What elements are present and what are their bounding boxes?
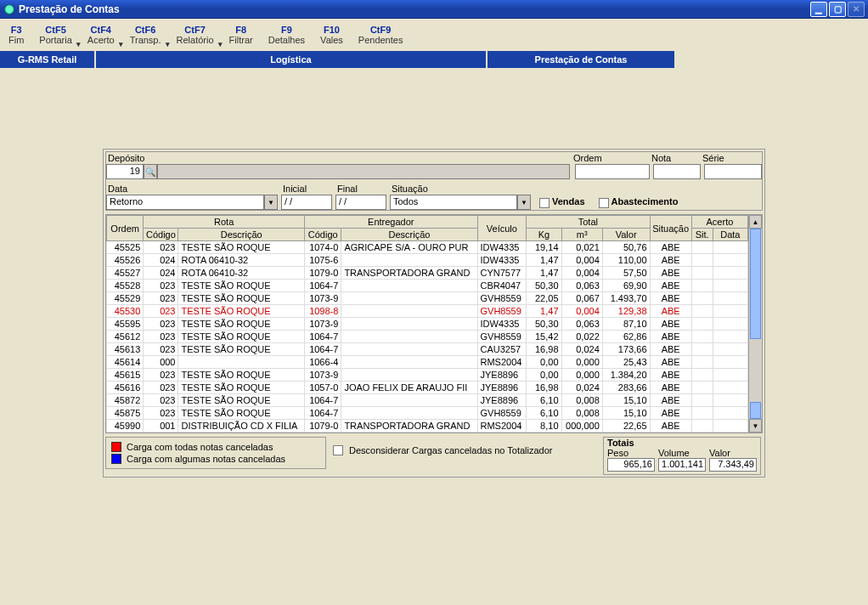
final-field[interactable]: / / bbox=[335, 195, 386, 210]
toolbar-item-portaria[interactable]: CtF5Portaria▾ bbox=[39, 25, 72, 45]
col-situacao[interactable]: Situação bbox=[650, 216, 691, 241]
totals-valor-label: Valor bbox=[709, 448, 757, 458]
scroll-thumb[interactable] bbox=[750, 229, 761, 339]
vertical-scrollbar[interactable]: ▲ ▼ bbox=[748, 215, 762, 433]
deposito-desc-field bbox=[157, 164, 570, 179]
col-ent-codigo[interactable]: Código bbox=[305, 229, 341, 241]
table-row[interactable]: 45990001DISTRIBUIÇÃO CD X FILIA1079-0TRA… bbox=[107, 420, 748, 433]
scroll-up-button[interactable]: ▲ bbox=[749, 215, 762, 229]
col-ordem[interactable]: Ordem bbox=[107, 216, 144, 241]
scroll-down-button[interactable]: ▼ bbox=[749, 419, 762, 433]
toolbar-label: Fim bbox=[8, 35, 24, 45]
col-total-m3[interactable]: m³ bbox=[561, 229, 602, 241]
table-row[interactable]: 45525023TESTE SÃO ROQUE1074-0AGRICAPE S/… bbox=[107, 241, 748, 254]
abastecimento-checkbox-label: Abastecimento bbox=[612, 196, 679, 206]
totals-valor-value: 7.343,49 bbox=[709, 458, 757, 472]
situacao-combo-button[interactable]: ▼ bbox=[517, 195, 531, 210]
legend-blue-swatch bbox=[111, 454, 121, 464]
totals-volume-label: Volume bbox=[658, 448, 706, 458]
toolbar-item-transp-[interactable]: CtF6Transp.▾ bbox=[130, 25, 161, 45]
table-row[interactable]: 45612023TESTE SÃO ROQUE1064-7GVH855915,4… bbox=[107, 331, 748, 343]
vendas-checkbox[interactable]: Vendas bbox=[539, 196, 585, 207]
col-rota-codigo[interactable]: Código bbox=[144, 229, 178, 241]
vendas-checkbox-label: Vendas bbox=[552, 196, 585, 206]
legend-all-cancel: Carga com todas notas canceladas bbox=[127, 442, 273, 452]
table-row[interactable]: 45615023TESTE SÃO ROQUE1073-9JYE88960,00… bbox=[107, 369, 748, 382]
table-row[interactable]: 45595023TESTE SÃO ROQUE1073-9IDW433550,3… bbox=[107, 318, 748, 331]
col-rota[interactable]: Rota bbox=[144, 216, 305, 229]
toolbar-item-pendentes[interactable]: CtF9Pendentes bbox=[358, 25, 403, 45]
toolbar-item-vales[interactable]: F10Vales bbox=[320, 25, 343, 45]
legend-red-swatch bbox=[111, 442, 121, 452]
ordem-field[interactable] bbox=[575, 164, 650, 179]
toolbar-key: CtF9 bbox=[370, 25, 391, 35]
disregard-cancelled-label: Desconsiderar Cargas canceladas no Total… bbox=[349, 445, 553, 455]
totals-peso-label: Peso bbox=[607, 448, 655, 458]
final-label: Final bbox=[335, 183, 390, 195]
table-row[interactable]: 45530023TESTE SÃO ROQUE1098-8GVH85591,47… bbox=[107, 305, 748, 318]
toolbar-item-detalhes[interactable]: F9Detalhes bbox=[268, 25, 305, 45]
col-acerto-sit[interactable]: Sit. bbox=[691, 229, 713, 241]
col-rota-desc[interactable]: Descrição bbox=[178, 229, 305, 241]
deposito-field[interactable]: 19 bbox=[106, 164, 144, 179]
toolbar-label: Transp. bbox=[130, 35, 161, 45]
table-row[interactable]: 45526024ROTA 06410-321075-6IDW43351,470,… bbox=[107, 254, 748, 267]
abastecimento-checkbox[interactable]: Abastecimento bbox=[599, 196, 679, 207]
serie-field[interactable] bbox=[704, 164, 762, 179]
col-ent-desc[interactable]: Descrição bbox=[341, 229, 477, 241]
col-total-valor[interactable]: Valor bbox=[602, 229, 650, 241]
totals-title: Totais bbox=[607, 438, 757, 448]
ordem-label: Ordem bbox=[572, 152, 650, 164]
inicial-field[interactable]: / / bbox=[281, 195, 332, 210]
table-row[interactable]: 456140001066-4RMS20040,000,00025,43ABE bbox=[107, 356, 748, 369]
situacao-label: Situação bbox=[390, 183, 534, 195]
toolbar-label: Detalhes bbox=[268, 35, 305, 45]
data-combo[interactable]: Retorno bbox=[106, 195, 264, 210]
data-combo-button[interactable]: ▼ bbox=[264, 195, 278, 210]
close-button: ✕ bbox=[848, 2, 865, 17]
minimize-button[interactable]: ▁ bbox=[810, 2, 827, 17]
toolbar-key: F3 bbox=[11, 25, 22, 35]
toolbar-key: F10 bbox=[324, 25, 340, 35]
maximize-button[interactable]: ▢ bbox=[829, 2, 846, 17]
table-row[interactable]: 45872023TESTE SÃO ROQUE1064-7JYE88966,10… bbox=[107, 394, 748, 407]
chevron-down-icon: ▾ bbox=[166, 40, 170, 48]
toolbar-label: Relatório bbox=[177, 35, 214, 45]
col-acerto[interactable]: Acerto bbox=[691, 216, 747, 229]
toolbar-item-fim[interactable]: F3Fim bbox=[8, 25, 24, 45]
toolbar-label: Filtrar bbox=[229, 35, 253, 45]
totals-box: Totais Peso965,16 Volume1.001,141 Valor7… bbox=[603, 437, 761, 475]
scroll-thumb-bottom[interactable] bbox=[750, 402, 761, 419]
toolbar-key: CtF4 bbox=[91, 25, 111, 35]
table-row[interactable]: 45527024ROTA 06410-321079-0TRANSPORTADOR… bbox=[107, 267, 748, 280]
toolbar-key: F8 bbox=[235, 25, 246, 35]
col-veiculo[interactable]: Veículo bbox=[477, 216, 527, 241]
table-row[interactable]: 45613023TESTE SÃO ROQUE1064-7CAU325716,9… bbox=[107, 343, 748, 356]
col-acerto-data[interactable]: Data bbox=[713, 229, 747, 241]
table-wrap: Ordem Rota Entregador Veículo Total Situ… bbox=[105, 214, 763, 433]
disregard-cancelled-checkbox[interactable]: Desconsiderar Cargas canceladas no Total… bbox=[333, 437, 553, 455]
toolbar-item-filtrar[interactable]: F8Filtrar bbox=[229, 25, 253, 45]
table-row[interactable]: 45616023TESTE SÃO ROQUE1057-0JOAO FELIX … bbox=[107, 382, 748, 394]
orders-table[interactable]: Ordem Rota Entregador Veículo Total Situ… bbox=[106, 215, 748, 433]
col-total-kg[interactable]: Kg bbox=[527, 229, 561, 241]
situacao-combo[interactable]: Todos bbox=[390, 195, 517, 210]
toolbar-key: CtF6 bbox=[135, 25, 155, 35]
toolbar-item-acerto[interactable]: CtF4Acerto▾ bbox=[87, 25, 115, 45]
toolbar-item-relat-rio[interactable]: CtF7Relatório▾ bbox=[177, 25, 214, 45]
table-row[interactable]: 45529023TESTE SÃO ROQUE1073-9GVH855922,0… bbox=[107, 292, 748, 305]
deposito-search-button[interactable]: 🔍 bbox=[144, 164, 157, 179]
table-row[interactable]: 45528023TESTE SÃO ROQUE1064-7CBR404750,3… bbox=[107, 280, 748, 292]
main-panel: Depósito Ordem Nota Série 19 🔍 Data bbox=[103, 149, 765, 478]
nota-field[interactable] bbox=[653, 164, 701, 179]
toolbar-key: CtF7 bbox=[184, 25, 205, 35]
col-total[interactable]: Total bbox=[527, 216, 650, 229]
legend-box: Carga com todas notas canceladas Carga c… bbox=[105, 437, 326, 469]
totals-volume-value: 1.001,141 bbox=[658, 458, 706, 472]
chevron-down-icon: ▾ bbox=[218, 40, 223, 48]
chevron-down-icon: ▾ bbox=[76, 40, 81, 48]
toolbar-label: Vales bbox=[320, 35, 343, 45]
col-entreg[interactable]: Entregador bbox=[305, 216, 477, 229]
title-bar: Prestação de Contas ▁ ▢ ✕ bbox=[0, 0, 868, 19]
table-row[interactable]: 45875023TESTE SÃO ROQUE1064-7GVH85596,10… bbox=[107, 407, 748, 420]
